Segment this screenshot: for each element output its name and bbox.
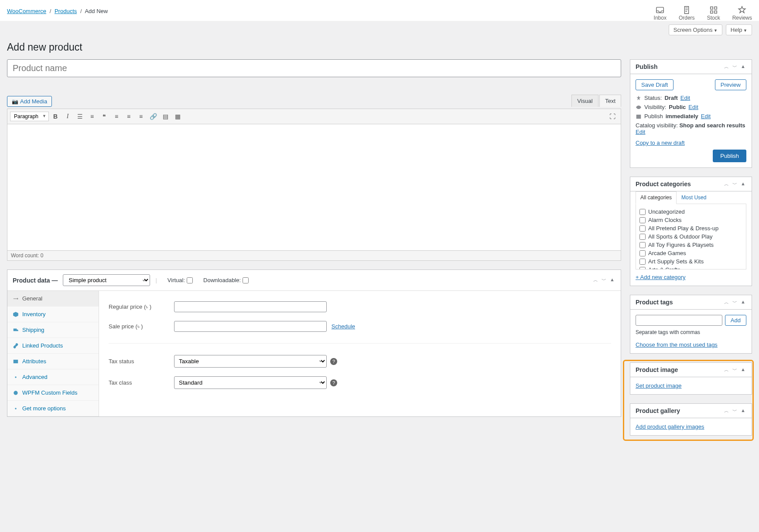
stock-button[interactable]: Stock — [707, 5, 720, 21]
add-media-button[interactable]: Add Media — [7, 96, 52, 107]
orders-button[interactable]: Orders — [679, 5, 695, 21]
tax-status-select[interactable]: Taxable — [174, 355, 327, 368]
choose-tags-link[interactable]: Choose from the most used tags — [636, 341, 718, 348]
tab-text[interactable]: Text — [599, 95, 621, 107]
sale-price-input[interactable] — [174, 321, 327, 332]
align-left-button[interactable]: ≡ — [111, 111, 122, 122]
edit-catalog-link[interactable]: Edit — [636, 129, 645, 135]
move-down-icon[interactable]: ﹀ — [732, 181, 738, 188]
preview-button[interactable]: Preview — [715, 79, 746, 90]
category-item[interactable]: Alarm Clocks — [639, 216, 742, 224]
link-button[interactable]: 🔗 — [147, 111, 159, 122]
move-down-icon[interactable]: ﹀ — [732, 408, 738, 414]
help-icon[interactable]: ? — [330, 379, 337, 386]
publish-button[interactable]: Publish — [713, 150, 746, 162]
set-product-image-link[interactable]: Set product image — [636, 382, 682, 389]
tax-status-label: Tax status — [106, 351, 171, 372]
regular-price-input[interactable] — [174, 301, 327, 312]
category-item[interactable]: Art Supply Sets & Kits — [639, 257, 742, 266]
move-up-icon[interactable]: ︿ — [723, 64, 730, 70]
product-name-input[interactable] — [7, 59, 621, 77]
add-gallery-images-link[interactable]: Add product gallery images — [636, 423, 704, 430]
screen-options-button[interactable]: Screen Options — [669, 24, 722, 35]
readmore-button[interactable]: ▤ — [160, 111, 171, 122]
product-data-label: Product data — — [13, 277, 58, 284]
category-item[interactable]: Uncategorized — [639, 208, 742, 216]
blockquote-button[interactable]: ❝ — [99, 111, 110, 122]
help-button[interactable]: Help — [726, 24, 752, 35]
tag-hint: Separate tags with commas — [636, 329, 746, 335]
move-up-icon[interactable]: ︿ — [592, 277, 599, 283]
edit-visibility-link[interactable]: Edit — [688, 104, 698, 110]
add-category-link[interactable]: + Add new category — [636, 274, 686, 280]
tab-wpfm[interactable]: WPFM Custom Fields — [7, 385, 99, 401]
move-down-icon[interactable]: ﹀ — [601, 277, 607, 283]
collapse-icon[interactable]: ▲ — [740, 299, 746, 306]
bold-button[interactable]: B — [50, 111, 61, 122]
tags-title: Product tags — [636, 299, 723, 306]
virtual-checkbox[interactable]: Virtual: — [168, 277, 193, 283]
tax-class-select[interactable]: Standard — [174, 376, 327, 389]
italic-button[interactable]: I — [62, 111, 73, 122]
svg-rect-2 — [714, 7, 717, 10]
inbox-button[interactable]: Inbox — [654, 5, 667, 21]
star-icon — [737, 5, 747, 15]
category-item[interactable]: All Toy Figures & Playsets — [639, 241, 742, 249]
svg-rect-4 — [714, 11, 717, 14]
breadcrumb-woocommerce[interactable]: WooCommerce — [7, 8, 46, 14]
move-up-icon[interactable]: ︿ — [723, 181, 730, 188]
tab-general[interactable]: General — [7, 291, 99, 307]
move-down-icon[interactable]: ﹀ — [732, 367, 738, 373]
tab-advanced[interactable]: Advanced — [7, 369, 99, 385]
align-center-button[interactable]: ≡ — [123, 111, 134, 122]
collapse-icon[interactable]: ▲ — [740, 408, 746, 414]
move-up-icon[interactable]: ︿ — [723, 408, 730, 414]
collapse-icon[interactable]: ▲ — [740, 367, 746, 373]
add-tag-button[interactable]: Add — [725, 315, 746, 326]
format-select[interactable]: Paragraph — [10, 112, 49, 121]
collapse-icon[interactable]: ▲ — [740, 181, 746, 188]
tab-get-more[interactable]: Get more options — [7, 401, 99, 416]
schedule-link[interactable]: Schedule — [332, 323, 355, 330]
collapse-icon[interactable]: ▲ — [609, 277, 615, 283]
edit-publish-link[interactable]: Edit — [701, 113, 711, 119]
fullscreen-button[interactable]: ⛶ — [607, 111, 618, 122]
edit-status-link[interactable]: Edit — [680, 95, 690, 101]
category-list: UncategorizedAlarm ClocksAll Pretend Pla… — [636, 204, 746, 269]
tab-most-used[interactable]: Most Used — [677, 191, 711, 204]
tab-all-categories[interactable]: All categories — [636, 191, 677, 204]
tag-input[interactable] — [636, 315, 722, 326]
copy-draft-link[interactable]: Copy to a new draft — [636, 140, 685, 146]
downloadable-checkbox[interactable]: Downloadable: — [203, 277, 249, 283]
publish-title: Publish — [636, 63, 723, 70]
breadcrumb-products[interactable]: Products — [55, 8, 77, 14]
product-image-title: Product image — [636, 366, 723, 373]
stock-icon — [709, 5, 718, 15]
move-down-icon[interactable]: ﹀ — [732, 64, 738, 70]
category-item[interactable]: All Sports & Outdoor Play — [639, 232, 742, 241]
svg-point-9 — [638, 106, 639, 108]
product-gallery-title: Product gallery — [636, 407, 723, 414]
category-item[interactable]: Arts & Crafts — [639, 266, 742, 269]
category-item[interactable]: Arcade Games — [639, 249, 742, 257]
tab-inventory[interactable]: Inventory — [7, 307, 99, 322]
move-up-icon[interactable]: ︿ — [723, 299, 730, 306]
save-draft-button[interactable]: Save Draft — [636, 79, 674, 90]
editor-content[interactable] — [7, 124, 621, 251]
tab-shipping[interactable]: Shipping — [7, 322, 99, 338]
move-down-icon[interactable]: ﹀ — [732, 299, 738, 306]
reviews-button[interactable]: Reviews — [732, 5, 752, 21]
editor-toolbar: Paragraph B I ☰ ≡ ❝ ≡ ≡ ≡ 🔗 ▤ ▦ ⛶ — [7, 109, 621, 124]
toolbar-toggle-button[interactable]: ▦ — [172, 111, 183, 122]
help-icon[interactable]: ? — [330, 358, 337, 365]
align-right-button[interactable]: ≡ — [135, 111, 147, 122]
category-item[interactable]: All Pretend Play & Dress-up — [639, 224, 742, 232]
tab-linked-products[interactable]: Linked Products — [7, 338, 99, 354]
numbered-list-button[interactable]: ≡ — [86, 111, 98, 122]
move-up-icon[interactable]: ︿ — [723, 367, 730, 373]
bullet-list-button[interactable]: ☰ — [74, 111, 85, 122]
collapse-icon[interactable]: ▲ — [740, 64, 746, 70]
tab-attributes[interactable]: Attributes — [7, 354, 99, 369]
tab-visual[interactable]: Visual — [571, 95, 598, 107]
product-type-select[interactable]: Simple product — [63, 274, 150, 286]
